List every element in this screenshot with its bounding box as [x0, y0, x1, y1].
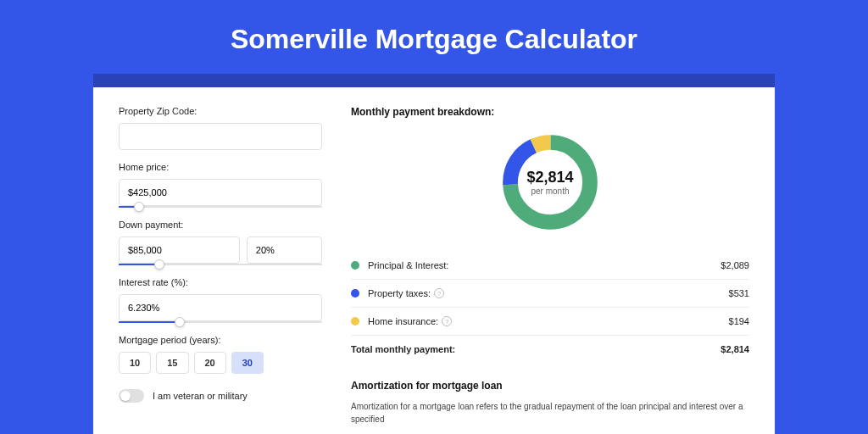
dot-icon	[351, 317, 359, 326]
legend-label-total: Total monthly payment:	[351, 344, 721, 354]
dot-icon	[351, 289, 359, 298]
donut-sub: per month	[526, 186, 573, 196]
dot-icon	[351, 261, 359, 270]
legend-row-ins: Home insurance:? $194	[351, 308, 749, 336]
down-slider[interactable]	[119, 264, 322, 265]
veteran-toggle[interactable]	[119, 389, 144, 403]
legend-label-pi: Principal & Interest:	[368, 260, 721, 270]
price-slider[interactable]	[119, 206, 322, 208]
down-slider-thumb[interactable]	[154, 259, 164, 270]
veteran-toggle-knob	[120, 391, 131, 401]
period-btn-10[interactable]: 10	[119, 352, 151, 374]
rate-slider[interactable]	[119, 321, 322, 323]
price-field: Home price:	[119, 162, 322, 208]
legend-val-total: $2,814	[721, 344, 749, 354]
form-panel: Property Zip Code: Home price: Down paym…	[119, 106, 322, 434]
period-btn-30[interactable]: 30	[231, 352, 264, 374]
legend-row-pi: Principal & Interest: $2,089	[351, 252, 749, 280]
legend-row-total: Total monthly payment: $2,814	[351, 336, 749, 363]
breakdown-title: Monthly payment breakdown:	[351, 106, 749, 118]
legend-val-ins: $194	[729, 316, 749, 326]
amort-text: Amortization for a mortgage loan refers …	[351, 400, 749, 426]
info-icon[interactable]: ?	[434, 288, 444, 298]
period-btn-15[interactable]: 15	[156, 352, 188, 374]
rate-input[interactable]	[119, 294, 322, 321]
donut-chart: $2,814 per month	[351, 130, 749, 235]
price-input[interactable]	[119, 179, 322, 206]
info-icon[interactable]: ?	[442, 316, 452, 326]
rate-slider-thumb[interactable]	[175, 317, 185, 327]
veteran-label: I am veteran or military	[153, 391, 248, 401]
price-slider-thumb[interactable]	[134, 202, 144, 212]
price-label: Home price:	[119, 162, 322, 172]
legend-row-tax: Property taxes:? $531	[351, 280, 749, 308]
amort-title: Amortization for mortgage loan	[351, 380, 749, 392]
zip-field: Property Zip Code:	[119, 106, 322, 150]
down-percent-input[interactable]	[247, 236, 322, 264]
down-label: Down payment:	[119, 220, 322, 230]
down-field: Down payment:	[119, 220, 322, 265]
rate-label: Interest rate (%):	[119, 277, 322, 287]
legend-label-ins: Home insurance:?	[368, 316, 729, 326]
legend-val-tax: $531	[729, 288, 749, 298]
period-label: Mortgage period (years):	[119, 335, 322, 345]
down-slider-fill	[119, 264, 159, 265]
rate-slider-fill	[119, 321, 180, 323]
rate-field: Interest rate (%):	[119, 277, 322, 323]
calculator-card: Property Zip Code: Home price: Down paym…	[93, 87, 775, 434]
donut-center: $2,814 per month	[526, 169, 573, 196]
down-amount-input[interactable]	[119, 236, 240, 264]
zip-input[interactable]	[119, 123, 322, 150]
page-title: Somerville Mortgage Calculator	[0, 0, 868, 74]
amortization-section: Amortization for mortgage loan Amortizat…	[351, 380, 749, 426]
period-field: Mortgage period (years): 10 15 20 30	[119, 335, 322, 374]
zip-label: Property Zip Code:	[119, 106, 322, 116]
period-buttons: 10 15 20 30	[119, 352, 322, 374]
legend-val-pi: $2,089	[721, 260, 749, 270]
breakdown-panel: Monthly payment breakdown: $2,814 per mo…	[351, 106, 749, 434]
content-band: Property Zip Code: Home price: Down paym…	[93, 74, 775, 434]
donut-amount: $2,814	[526, 169, 573, 186]
period-btn-20[interactable]: 20	[194, 352, 226, 374]
legend-label-tax: Property taxes:?	[368, 288, 729, 298]
veteran-row: I am veteran or military	[119, 389, 322, 403]
